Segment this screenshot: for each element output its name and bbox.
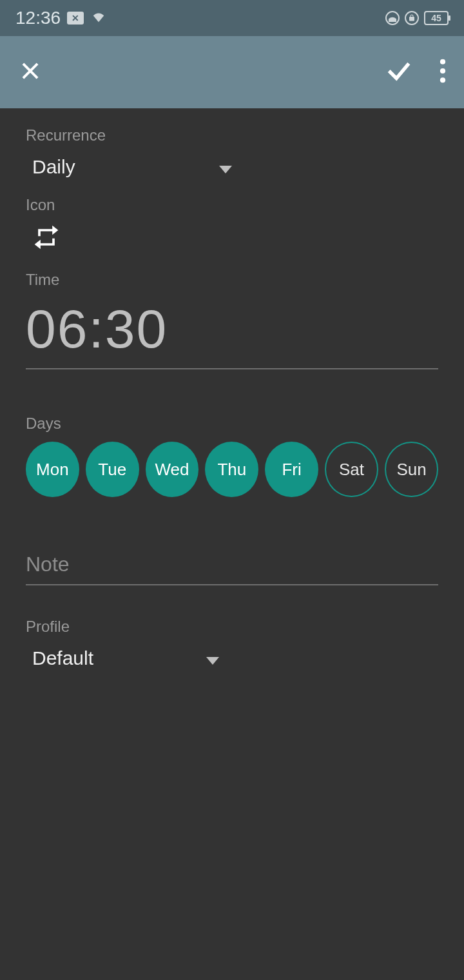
time-label: Time [26,271,438,289]
app-bar [0,36,464,108]
note-input[interactable] [26,549,438,585]
recurrence-label: Recurrence [26,126,438,144]
note-section [26,549,438,585]
svg-point-0 [440,59,445,64]
svg-point-2 [440,77,445,83]
time-section: Time 06:30 [26,271,438,369]
day-toggle-sun[interactable]: Sun [385,442,438,497]
profile-value: Default [32,647,93,669]
profile-section: Profile Default [26,618,438,669]
chevron-down-icon [206,657,219,665]
day-toggle-sat[interactable]: Sat [325,442,378,497]
status-bar: 12:36 ✕ 45 [0,0,464,36]
recurrence-dropdown[interactable]: Daily [26,153,232,178]
day-label: Sun [396,460,426,480]
chevron-down-icon [219,166,232,173]
battery-level: 45 [431,13,441,23]
status-left: 12:36 ✕ [15,8,107,28]
check-icon [384,56,414,86]
status-right: 45 [385,11,449,25]
day-label: Sat [339,460,364,480]
day-label: Tue [98,460,126,480]
close-icon [18,59,43,83]
status-time: 12:36 [15,8,61,28]
recurrence-section: Recurrence Daily [26,126,438,178]
time-underline [26,368,438,369]
day-label: Wed [155,460,189,480]
rotation-lock-icon [405,11,419,25]
more-button[interactable] [440,59,446,86]
confirm-button[interactable] [384,56,414,88]
recurrence-value: Daily [32,156,75,178]
svg-point-1 [440,68,445,74]
wifi-icon [90,10,107,26]
profile-label: Profile [26,618,438,636]
icon-picker[interactable] [32,223,61,251]
content: Recurrence Daily Icon Time 06:30 Days Mo… [0,108,464,669]
day-toggle-mon[interactable]: Mon [26,442,79,497]
day-toggle-thu[interactable]: Thu [205,442,258,497]
days-label: Days [26,415,438,433]
day-toggle-fri[interactable]: Fri [265,442,318,497]
icon-section: Icon [26,196,438,251]
day-label: Mon [36,460,69,480]
status-circle-icon [385,11,400,25]
more-vert-icon [440,59,446,83]
notification-icon: ✕ [67,12,84,24]
repeat-icon [32,223,61,251]
time-picker[interactable]: 06:30 [26,298,438,367]
day-toggle-tue[interactable]: Tue [86,442,139,497]
days-row: Mon Tue Wed Thu Fri Sat Sun [26,442,438,497]
icon-label: Icon [26,196,438,214]
close-button[interactable] [18,74,43,85]
profile-dropdown[interactable]: Default [26,645,219,669]
day-label: Fri [282,460,301,480]
battery-icon: 45 [424,11,449,25]
day-label: Thu [217,460,246,480]
day-toggle-wed[interactable]: Wed [146,442,199,497]
days-section: Days Mon Tue Wed Thu Fri Sat Sun [26,415,438,497]
